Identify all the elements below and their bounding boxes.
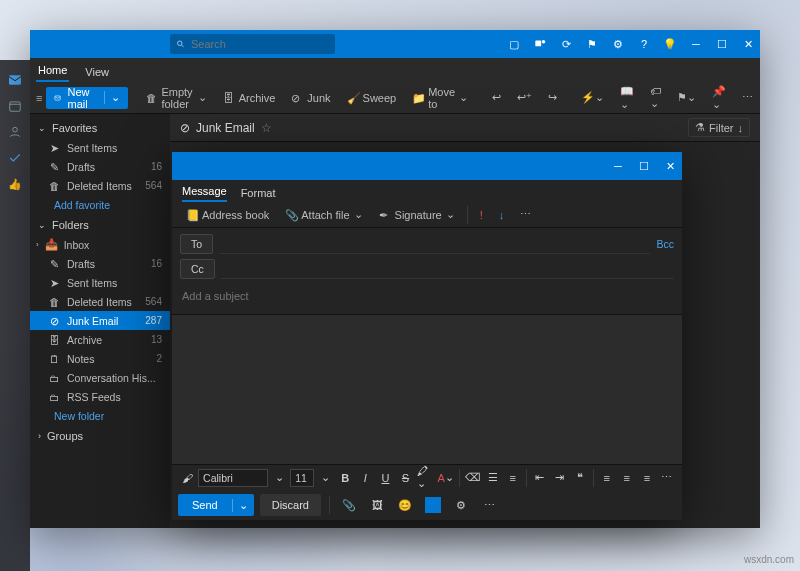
cc-input[interactable] [221,260,674,279]
settings-icon[interactable]: ⚙ [450,495,472,515]
sidebar-item-notes[interactable]: 🗒Notes2 [30,349,170,368]
people-icon[interactable] [7,124,23,140]
outdent-button[interactable]: ⇤ [531,468,549,488]
emoji-icon[interactable]: 😊 [394,495,416,515]
notify-icon[interactable]: ⚑ [580,30,604,58]
sidebar-item-conversation[interactable]: 🗀Conversation His... [30,368,170,387]
sidebar-item-rss[interactable]: 🗀RSS Feeds [30,387,170,406]
font-dropdown[interactable]: ⌄ [270,468,288,488]
junk-button[interactable]: ⊘Junk [285,87,336,109]
format-painter-icon[interactable]: 🖌 [178,468,196,488]
bulb-icon[interactable]: 💡 [658,30,682,58]
bold-button[interactable]: B [336,468,354,488]
size-dropdown[interactable]: ⌄ [316,468,334,488]
thumb-icon[interactable]: 👍 [7,176,23,192]
maximize-button[interactable]: ☐ [632,152,656,180]
compose-body[interactable] [172,315,682,464]
tab-message[interactable]: Message [182,182,227,202]
search-input[interactable] [191,38,329,50]
font-select[interactable] [198,469,268,487]
more-icon[interactable]: ⋯ [478,495,500,515]
flag-button[interactable]: ⚑⌄ [671,87,702,109]
numbers-button[interactable]: ≡ [504,468,522,488]
new-mail-button[interactable]: New mail ⌄ [46,87,128,109]
quote-button[interactable]: ❝ [571,468,589,488]
ribbon-collapse[interactable]: ⌄ [763,87,784,109]
send-split[interactable]: ⌄ [232,499,254,512]
close-button[interactable]: ✕ [736,30,760,58]
teams-icon[interactable] [528,30,552,58]
check-icon[interactable] [7,150,23,166]
groups-header[interactable]: ›Groups [30,426,170,446]
sweep-button[interactable]: 🧹Sweep [341,87,403,109]
size-select[interactable] [290,469,314,487]
align-right-button[interactable]: ≡ [638,468,656,488]
address-book-button[interactable]: 📒Address book [180,204,275,226]
hamburger-button[interactable]: ≡ [36,92,42,104]
sidebar-item-deleted[interactable]: 🗑Deleted Items564 [30,176,170,195]
reply-button[interactable]: ↩ [486,87,507,109]
maximize-button[interactable]: ☐ [710,30,734,58]
to-input[interactable] [219,235,650,254]
empty-folder-button[interactable]: 🗑Empty folder ⌄ [140,87,212,109]
star-icon[interactable]: ☆ [261,121,272,135]
attach-icon[interactable]: 📎 [338,495,360,515]
italic-button[interactable]: I [356,468,374,488]
tab-home[interactable]: Home [36,60,69,82]
sidebar-item-deleted2[interactable]: 🗑Deleted Items564 [30,292,170,311]
folders-header[interactable]: ⌄Folders [30,215,170,235]
minimize-button[interactable]: ─ [684,30,708,58]
favorites-header[interactable]: ⌄Favorites [30,118,170,138]
add-favorite-link[interactable]: Add favorite [30,195,170,215]
bcc-link[interactable]: Bcc [656,238,674,250]
sync-icon[interactable]: ⟳ [554,30,578,58]
signature-button[interactable]: ✒Signature ⌄ [373,204,461,226]
clear-format-button[interactable]: ⌫ [464,468,482,488]
font-color-button[interactable]: A⌄ [437,468,455,488]
importance-high-button[interactable]: ! [474,204,489,226]
minimize-button[interactable]: ─ [606,152,630,180]
indent-button[interactable]: ⇥ [551,468,569,488]
close-button[interactable]: ✕ [658,152,682,180]
discard-button[interactable]: Discard [260,494,321,516]
sidebar-item-inbox[interactable]: ›📥Inbox [30,235,170,254]
attach-button[interactable]: 📎Attach file ⌄ [279,204,368,226]
sidebar-item-drafts2[interactable]: ✎Drafts16 [30,254,170,273]
tab-format[interactable]: Format [241,184,276,202]
moveto-button[interactable]: 📁Move to ⌄ [406,87,474,109]
new-mail-split[interactable]: ⌄ [104,91,120,104]
cc-button[interactable]: Cc [180,259,215,279]
sidebar-item-sent2[interactable]: ➤Sent Items [30,273,170,292]
quick-step-button[interactable]: ⚡⌄ [575,87,610,109]
present-icon[interactable]: ▢ [502,30,526,58]
more-button[interactable]: ⋯ [514,204,537,226]
pin-button[interactable]: 📌⌄ [706,87,732,109]
mail-app-icon[interactable] [7,72,23,88]
settings-icon[interactable]: ⚙ [606,30,630,58]
subject-input[interactable] [180,284,674,308]
archive-button[interactable]: 🗄Archive [217,87,282,109]
tag-button[interactable]: 🏷⌄ [644,87,667,109]
filter-button[interactable]: ⚗ Filter ↓ [688,118,750,137]
sidebar-item-sent[interactable]: ➤Sent Items [30,138,170,157]
calendar-icon[interactable] [7,98,23,114]
sidebar-item-drafts[interactable]: ✎Drafts16 [30,157,170,176]
more-format-button[interactable]: ⋯ [658,468,676,488]
align-center-button[interactable]: ≡ [618,468,636,488]
swatch-blue[interactable] [422,495,444,515]
read-button[interactable]: 📖⌄ [614,87,640,109]
sidebar-item-junk[interactable]: ⊘Junk Email287 [30,311,170,330]
new-folder-link[interactable]: New folder [30,406,170,426]
tab-view[interactable]: View [83,62,111,82]
highlight-button[interactable]: 🖍⌄ [417,468,435,488]
more-button[interactable]: ⋯ [736,87,759,109]
picture-icon[interactable]: 🖼 [366,495,388,515]
align-left-button[interactable]: ≡ [598,468,616,488]
to-button[interactable]: To [180,234,213,254]
help-icon[interactable]: ? [632,30,656,58]
search-box[interactable] [170,34,335,54]
sidebar-item-archive[interactable]: 🗄Archive13 [30,330,170,349]
send-button[interactable]: Send ⌄ [178,494,254,516]
reply-all-button[interactable]: ↩⁺ [511,87,538,109]
strike-button[interactable]: S [396,468,414,488]
